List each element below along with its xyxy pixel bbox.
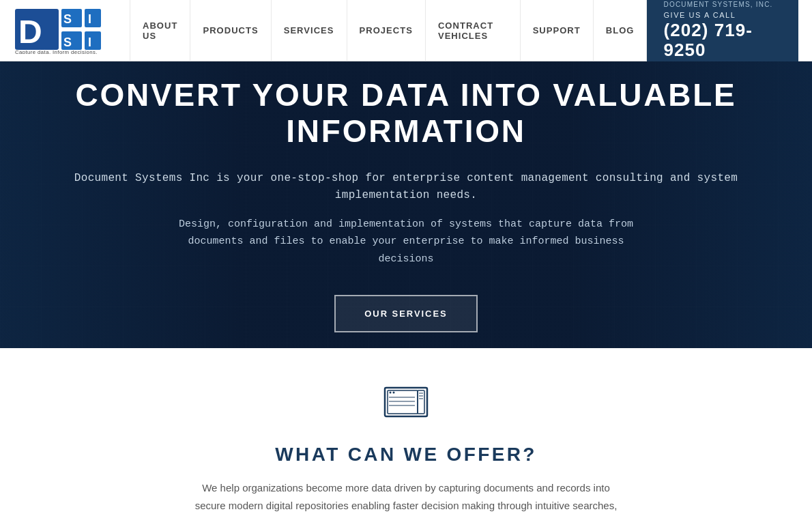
svg-text:Capture data. Inform decisions: Capture data. Inform decisions. — [15, 49, 98, 54]
hero-subtitle: Document Systems Inc is your one-stop-sh… — [55, 170, 757, 205]
svg-text:D: D — [18, 14, 42, 50]
svg-rect-5 — [85, 31, 101, 50]
hero-section: CONVERT YOUR DATA INTO VALUABLE INFORMAT… — [0, 61, 812, 348]
svg-text:S: S — [63, 35, 72, 49]
svg-rect-4 — [85, 9, 101, 27]
nav-products[interactable]: PRODUCTS — [190, 0, 271, 61]
hero-description: Design, configuration and implementation… — [174, 216, 638, 268]
cta-label: GIVE US A CALL — [663, 11, 736, 19]
offer-title: WHAT CAN WE OFFER? — [14, 444, 798, 466]
svg-text:I: I — [88, 12, 91, 26]
logo[interactable]: D S I S I Capture data. Inform decisions… — [14, 7, 130, 55]
offer-section: WHAT CAN WE OFFER? We help organizations… — [0, 348, 812, 514]
offer-text: We help organizations become more data d… — [194, 479, 618, 514]
header: D S I S I Capture data. Inform decisions… — [0, 0, 812, 61]
company-name: DOCUMENT SYSTEMS, INC. — [663, 1, 772, 8]
nav: ABOUT US PRODUCTS SERVICES PROJECTS CONT… — [130, 0, 647, 61]
cta-box: DOCUMENT SYSTEMS, INC. GIVE US A CALL (2… — [647, 0, 798, 61]
svg-point-14 — [390, 392, 392, 394]
monitor-icon — [382, 382, 430, 430]
svg-point-15 — [393, 392, 395, 394]
logo-area: D S I S I Capture data. Inform decisions… — [14, 7, 130, 55]
nav-contract-vehicles[interactable]: CONTRACT VEHICLES — [426, 0, 521, 61]
svg-rect-12 — [388, 390, 418, 414]
nav-services[interactable]: SERVICES — [272, 0, 347, 61]
hero-title: CONVERT YOUR DATA INTO VALUABLE INFORMAT… — [55, 77, 757, 149]
nav-support[interactable]: SUPPORT — [521, 0, 594, 61]
nav-blog[interactable]: BLOG — [594, 0, 648, 61]
svg-text:S: S — [63, 12, 72, 26]
nav-about-us[interactable]: ABOUT US — [130, 0, 190, 61]
svg-rect-13 — [418, 390, 424, 414]
hero-content: CONVERT YOUR DATA INTO VALUABLE INFORMAT… — [0, 77, 812, 332]
phone-number[interactable]: (202) 719-9250 — [663, 20, 782, 59]
nav-projects[interactable]: PROJECTS — [347, 0, 426, 61]
our-services-button[interactable]: OUR SERVICES — [334, 295, 477, 332]
svg-text:I: I — [88, 35, 91, 49]
